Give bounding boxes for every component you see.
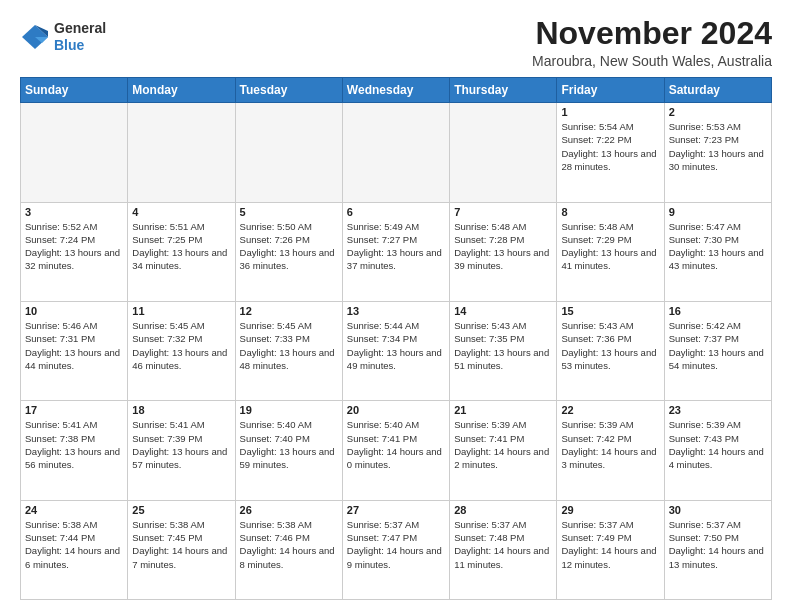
day-info: Sunrise: 5:47 AM Sunset: 7:30 PM Dayligh… (669, 220, 767, 273)
calendar-cell: 12Sunrise: 5:45 AM Sunset: 7:33 PM Dayli… (235, 301, 342, 400)
calendar-cell: 22Sunrise: 5:39 AM Sunset: 7:42 PM Dayli… (557, 401, 664, 500)
day-info: Sunrise: 5:50 AM Sunset: 7:26 PM Dayligh… (240, 220, 338, 273)
calendar-cell: 4Sunrise: 5:51 AM Sunset: 7:25 PM Daylig… (128, 202, 235, 301)
day-info: Sunrise: 5:49 AM Sunset: 7:27 PM Dayligh… (347, 220, 445, 273)
day-info: Sunrise: 5:53 AM Sunset: 7:23 PM Dayligh… (669, 120, 767, 173)
day-number: 13 (347, 305, 445, 317)
calendar-cell: 5Sunrise: 5:50 AM Sunset: 7:26 PM Daylig… (235, 202, 342, 301)
logo-icon (20, 23, 50, 51)
calendar-cell: 7Sunrise: 5:48 AM Sunset: 7:28 PM Daylig… (450, 202, 557, 301)
day-number: 10 (25, 305, 123, 317)
day-number: 27 (347, 504, 445, 516)
weekday-header-monday: Monday (128, 78, 235, 103)
calendar-cell: 16Sunrise: 5:42 AM Sunset: 7:37 PM Dayli… (664, 301, 771, 400)
day-info: Sunrise: 5:45 AM Sunset: 7:32 PM Dayligh… (132, 319, 230, 372)
day-info: Sunrise: 5:52 AM Sunset: 7:24 PM Dayligh… (25, 220, 123, 273)
day-info: Sunrise: 5:37 AM Sunset: 7:50 PM Dayligh… (669, 518, 767, 571)
calendar-cell: 25Sunrise: 5:38 AM Sunset: 7:45 PM Dayli… (128, 500, 235, 599)
day-info: Sunrise: 5:40 AM Sunset: 7:41 PM Dayligh… (347, 418, 445, 471)
day-number: 5 (240, 206, 338, 218)
week-row-3: 10Sunrise: 5:46 AM Sunset: 7:31 PM Dayli… (21, 301, 772, 400)
day-number: 24 (25, 504, 123, 516)
day-number: 8 (561, 206, 659, 218)
calendar-cell: 13Sunrise: 5:44 AM Sunset: 7:34 PM Dayli… (342, 301, 449, 400)
calendar-cell: 21Sunrise: 5:39 AM Sunset: 7:41 PM Dayli… (450, 401, 557, 500)
day-number: 3 (25, 206, 123, 218)
day-info: Sunrise: 5:39 AM Sunset: 7:43 PM Dayligh… (669, 418, 767, 471)
calendar-table: SundayMondayTuesdayWednesdayThursdayFrid… (20, 77, 772, 600)
calendar-cell: 28Sunrise: 5:37 AM Sunset: 7:48 PM Dayli… (450, 500, 557, 599)
calendar-cell: 8Sunrise: 5:48 AM Sunset: 7:29 PM Daylig… (557, 202, 664, 301)
day-number: 26 (240, 504, 338, 516)
weekday-header-wednesday: Wednesday (342, 78, 449, 103)
week-row-5: 24Sunrise: 5:38 AM Sunset: 7:44 PM Dayli… (21, 500, 772, 599)
day-info: Sunrise: 5:46 AM Sunset: 7:31 PM Dayligh… (25, 319, 123, 372)
day-number: 30 (669, 504, 767, 516)
day-info: Sunrise: 5:41 AM Sunset: 7:39 PM Dayligh… (132, 418, 230, 471)
calendar-cell: 6Sunrise: 5:49 AM Sunset: 7:27 PM Daylig… (342, 202, 449, 301)
day-info: Sunrise: 5:39 AM Sunset: 7:42 PM Dayligh… (561, 418, 659, 471)
day-info: Sunrise: 5:54 AM Sunset: 7:22 PM Dayligh… (561, 120, 659, 173)
day-info: Sunrise: 5:43 AM Sunset: 7:36 PM Dayligh… (561, 319, 659, 372)
calendar-cell: 30Sunrise: 5:37 AM Sunset: 7:50 PM Dayli… (664, 500, 771, 599)
day-number: 2 (669, 106, 767, 118)
weekday-header-sunday: Sunday (21, 78, 128, 103)
calendar-cell: 27Sunrise: 5:37 AM Sunset: 7:47 PM Dayli… (342, 500, 449, 599)
month-title: November 2024 (532, 16, 772, 51)
day-info: Sunrise: 5:44 AM Sunset: 7:34 PM Dayligh… (347, 319, 445, 372)
day-info: Sunrise: 5:39 AM Sunset: 7:41 PM Dayligh… (454, 418, 552, 471)
weekday-header-row: SundayMondayTuesdayWednesdayThursdayFrid… (21, 78, 772, 103)
day-info: Sunrise: 5:37 AM Sunset: 7:47 PM Dayligh… (347, 518, 445, 571)
day-info: Sunrise: 5:43 AM Sunset: 7:35 PM Dayligh… (454, 319, 552, 372)
day-number: 11 (132, 305, 230, 317)
week-row-1: 1Sunrise: 5:54 AM Sunset: 7:22 PM Daylig… (21, 103, 772, 202)
calendar-cell (450, 103, 557, 202)
day-info: Sunrise: 5:45 AM Sunset: 7:33 PM Dayligh… (240, 319, 338, 372)
day-info: Sunrise: 5:42 AM Sunset: 7:37 PM Dayligh… (669, 319, 767, 372)
day-number: 1 (561, 106, 659, 118)
calendar-cell: 3Sunrise: 5:52 AM Sunset: 7:24 PM Daylig… (21, 202, 128, 301)
day-number: 4 (132, 206, 230, 218)
calendar-cell: 18Sunrise: 5:41 AM Sunset: 7:39 PM Dayli… (128, 401, 235, 500)
day-number: 7 (454, 206, 552, 218)
calendar-cell: 29Sunrise: 5:37 AM Sunset: 7:49 PM Dayli… (557, 500, 664, 599)
calendar-cell (342, 103, 449, 202)
day-info: Sunrise: 5:38 AM Sunset: 7:46 PM Dayligh… (240, 518, 338, 571)
weekday-header-tuesday: Tuesday (235, 78, 342, 103)
calendar-cell: 14Sunrise: 5:43 AM Sunset: 7:35 PM Dayli… (450, 301, 557, 400)
day-number: 18 (132, 404, 230, 416)
calendar-cell: 1Sunrise: 5:54 AM Sunset: 7:22 PM Daylig… (557, 103, 664, 202)
day-number: 12 (240, 305, 338, 317)
calendar-cell: 10Sunrise: 5:46 AM Sunset: 7:31 PM Dayli… (21, 301, 128, 400)
day-number: 6 (347, 206, 445, 218)
day-number: 25 (132, 504, 230, 516)
day-info: Sunrise: 5:38 AM Sunset: 7:45 PM Dayligh… (132, 518, 230, 571)
logo: General Blue (20, 20, 106, 54)
weekday-header-thursday: Thursday (450, 78, 557, 103)
day-number: 21 (454, 404, 552, 416)
title-block: November 2024 Maroubra, New South Wales,… (532, 16, 772, 69)
day-info: Sunrise: 5:37 AM Sunset: 7:48 PM Dayligh… (454, 518, 552, 571)
calendar-cell: 23Sunrise: 5:39 AM Sunset: 7:43 PM Dayli… (664, 401, 771, 500)
day-info: Sunrise: 5:40 AM Sunset: 7:40 PM Dayligh… (240, 418, 338, 471)
page: General Blue November 2024 Maroubra, New… (0, 0, 792, 612)
calendar-cell: 11Sunrise: 5:45 AM Sunset: 7:32 PM Dayli… (128, 301, 235, 400)
day-number: 28 (454, 504, 552, 516)
calendar-cell: 20Sunrise: 5:40 AM Sunset: 7:41 PM Dayli… (342, 401, 449, 500)
day-number: 22 (561, 404, 659, 416)
week-row-2: 3Sunrise: 5:52 AM Sunset: 7:24 PM Daylig… (21, 202, 772, 301)
day-info: Sunrise: 5:51 AM Sunset: 7:25 PM Dayligh… (132, 220, 230, 273)
day-number: 14 (454, 305, 552, 317)
location: Maroubra, New South Wales, Australia (532, 53, 772, 69)
day-number: 17 (25, 404, 123, 416)
day-info: Sunrise: 5:38 AM Sunset: 7:44 PM Dayligh… (25, 518, 123, 571)
calendar-cell (235, 103, 342, 202)
day-number: 16 (669, 305, 767, 317)
day-info: Sunrise: 5:37 AM Sunset: 7:49 PM Dayligh… (561, 518, 659, 571)
day-number: 19 (240, 404, 338, 416)
calendar-cell: 9Sunrise: 5:47 AM Sunset: 7:30 PM Daylig… (664, 202, 771, 301)
day-info: Sunrise: 5:48 AM Sunset: 7:28 PM Dayligh… (454, 220, 552, 273)
weekday-header-saturday: Saturday (664, 78, 771, 103)
week-row-4: 17Sunrise: 5:41 AM Sunset: 7:38 PM Dayli… (21, 401, 772, 500)
calendar-cell: 24Sunrise: 5:38 AM Sunset: 7:44 PM Dayli… (21, 500, 128, 599)
